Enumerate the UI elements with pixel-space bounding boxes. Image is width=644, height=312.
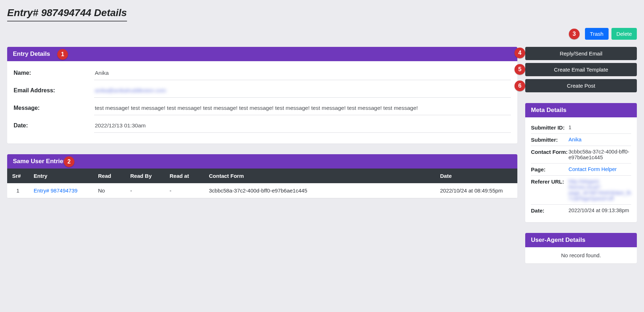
table-row: 1 Entry# 987494739 No - - 3cbbc58a-37c2-… bbox=[7, 183, 517, 198]
same-user-table: Sr# Entry Read Read By Read at Contact F… bbox=[7, 169, 517, 198]
annotation-badge-3: 3 bbox=[569, 29, 580, 39]
meta-submitter-id-value: 1 bbox=[569, 125, 631, 131]
meta-page-link[interactable]: Contact Form Helper bbox=[569, 166, 631, 172]
same-user-entries-card: Same User Entries 2 Sr# Entry Read Read … bbox=[7, 154, 517, 198]
message-label: Message: bbox=[14, 101, 94, 111]
same-user-header-text: Same User Entries bbox=[13, 158, 67, 165]
meta-contactform-label: Contact Form: bbox=[531, 149, 569, 160]
meta-submitter-label: Submitter: bbox=[531, 137, 569, 143]
delete-button[interactable]: Delete bbox=[611, 28, 637, 40]
cell-readby: - bbox=[125, 183, 165, 198]
cell-sr: 1 bbox=[7, 183, 29, 198]
user-agent-empty: No record found. bbox=[525, 247, 637, 263]
cell-contactform: 3cbbc58a-37c2-400d-bff0-e97b6ae1c445 bbox=[204, 183, 435, 198]
meta-date-value: 2022/10/24 at 09:13:38pm bbox=[569, 208, 631, 214]
message-value: test message! test message! test message… bbox=[94, 101, 511, 115]
annotation-badge-2: 2 bbox=[64, 156, 74, 167]
meta-details-header: Meta Details 7 bbox=[525, 103, 637, 117]
annotation-badge-4: 4 bbox=[514, 48, 525, 58]
side-actions: 4 Reply/Send Email 5 Create Email Templa… bbox=[525, 47, 637, 92]
cell-date: 2022/10/24 at 08:49:55pm bbox=[435, 183, 517, 198]
cell-readat: - bbox=[165, 183, 204, 198]
side-column: 4 Reply/Send Email 5 Create Email Templa… bbox=[525, 47, 637, 274]
annotation-badge-1: 1 bbox=[57, 49, 68, 60]
user-agent-header-text: User-Agent Details bbox=[531, 237, 585, 243]
meta-date-label: Date: bbox=[531, 208, 569, 214]
same-user-header: Same User Entries 2 bbox=[7, 154, 517, 169]
entry-link[interactable]: Entry# 987494739 bbox=[34, 187, 78, 194]
main-column: Entry Details 1 Name: Anika Email Addres… bbox=[7, 47, 517, 209]
email-value: anika@anikahuddleston.com bbox=[94, 84, 511, 98]
page-title: Entry# 987494744 Details bbox=[7, 7, 127, 21]
cell-read: No bbox=[93, 183, 125, 198]
top-action-row: 3 Trash Delete bbox=[7, 28, 637, 40]
name-label: Name: bbox=[14, 66, 94, 76]
create-post-button[interactable]: Create Post bbox=[525, 79, 637, 92]
meta-referer-link[interactable]: http://elegant-themes.local?page_id=9874… bbox=[569, 179, 631, 201]
meta-contactform-value: 3cbbc58a-37c2-400d-bff0-e97b6ae1c445 bbox=[569, 149, 631, 160]
user-agent-header: User-Agent Details 8 bbox=[525, 233, 637, 247]
col-readby: Read By bbox=[125, 169, 165, 183]
user-agent-card: User-Agent Details 8 No record found. bbox=[525, 233, 637, 263]
entry-details-header-text: Entry Details bbox=[13, 50, 50, 57]
meta-referer-label: Referer URL: bbox=[531, 179, 569, 201]
meta-submitter-id-label: Submitter ID: bbox=[531, 125, 569, 131]
col-readat: Read at bbox=[165, 169, 204, 183]
date-label: Date: bbox=[14, 119, 94, 129]
reply-send-email-button[interactable]: Reply/Send Email bbox=[525, 47, 637, 60]
col-entry: Entry bbox=[29, 169, 93, 183]
table-header-row: Sr# Entry Read Read By Read at Contact F… bbox=[7, 169, 517, 183]
name-value: Anika bbox=[94, 66, 511, 80]
annotation-badge-6: 6 bbox=[514, 81, 525, 91]
date-value: 2022/12/13 01:30am bbox=[94, 119, 511, 133]
entry-details-header: Entry Details 1 bbox=[7, 47, 517, 61]
col-contactform: Contact Form bbox=[204, 169, 435, 183]
meta-details-card: Meta Details 7 Submitter ID: 1 Submitter… bbox=[525, 103, 637, 222]
annotation-badge-5: 5 bbox=[514, 64, 525, 75]
meta-submitter-link[interactable]: Anika bbox=[569, 137, 631, 143]
trash-button[interactable]: Trash bbox=[585, 28, 609, 40]
col-date: Date bbox=[435, 169, 517, 183]
col-sr: Sr# bbox=[7, 169, 29, 183]
create-email-template-button[interactable]: Create Email Template bbox=[525, 63, 637, 76]
col-read: Read bbox=[93, 169, 125, 183]
email-label: Email Address: bbox=[14, 84, 94, 94]
meta-header-text: Meta Details bbox=[531, 107, 566, 113]
entry-details-card: Entry Details 1 Name: Anika Email Addres… bbox=[7, 47, 517, 143]
meta-page-label: Page: bbox=[531, 166, 569, 172]
